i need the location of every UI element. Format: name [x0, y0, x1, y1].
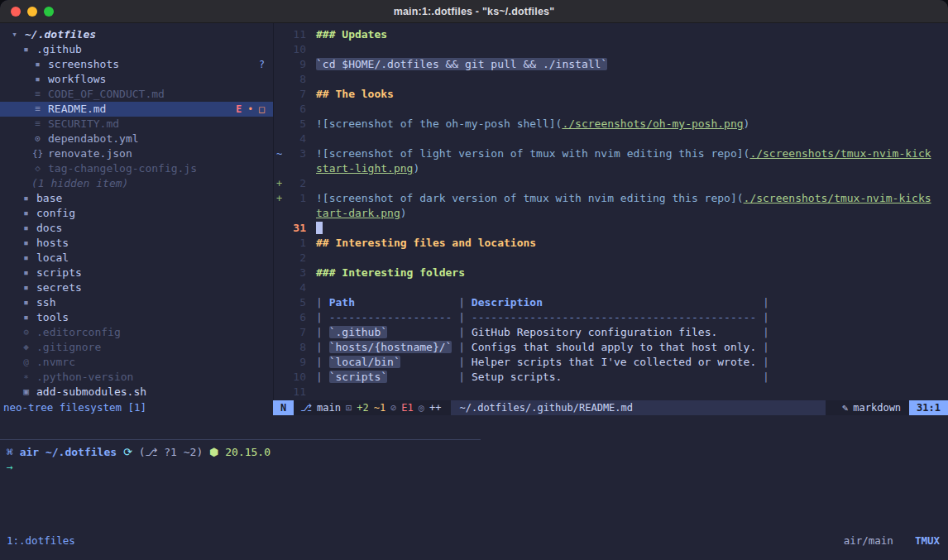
- editor-line[interactable]: ~3![screenshot of light version of tmux …: [274, 146, 948, 161]
- cursor: [316, 222, 323, 234]
- tree-item-add-submodules-sh[interactable]: ▣add-submodules.sh: [0, 385, 273, 400]
- tree-item-screenshots[interactable]: ▪screenshots?: [0, 57, 273, 72]
- tree-item-code-of-conduct-md[interactable]: ≡CODE_OF_CONDUCT.md: [0, 87, 273, 102]
- text-segment: [543, 296, 756, 309]
- editor-line[interactable]: 10: [274, 42, 948, 57]
- editor-line[interactable]: 31: [274, 221, 948, 236]
- tree-item-security-md[interactable]: ≡SECURITY.md: [0, 117, 273, 132]
- tree-item-workflows[interactable]: ▪workflows: [0, 72, 273, 87]
- line-text: [306, 176, 316, 191]
- tree-item-hosts[interactable]: ▪hosts: [0, 236, 273, 251]
- close-button[interactable]: [11, 7, 21, 17]
- tree-item-python-version[interactable]: ∗.python-version: [0, 370, 273, 385]
- tree-item-label: ssh: [36, 295, 55, 310]
- tree-item-readme-md[interactable]: ≡README.mdE•□: [0, 102, 273, 117]
- file-sh-icon: ▣: [20, 385, 32, 400]
- tree-item-ssh[interactable]: ▪ssh: [0, 295, 273, 310]
- editor-line[interactable]: 4: [274, 280, 948, 295]
- zoom-button[interactable]: [44, 7, 54, 17]
- text-segment: -------------------: [329, 311, 452, 323]
- prompt-segment: (⎇ ?1 ~2): [139, 446, 209, 458]
- neotree-statusline: neo-tree filesystem [1]: [0, 400, 273, 415]
- editor-line[interactable]: 4: [274, 132, 948, 146]
- editor-line[interactable]: 9`cd $HOME/.dotfiles && git pull && ./in…: [274, 57, 948, 72]
- editor-line[interactable]: 11### Updates: [274, 27, 948, 42]
- editor-buffer[interactable]: 11### Updates109`cd $HOME/.dotfiles && g…: [274, 23, 948, 400]
- tmux-window-label[interactable]: 1:.dotfiles: [0, 534, 75, 548]
- text-segment: |: [316, 356, 329, 368]
- folder-icon: ▪: [20, 236, 32, 251]
- text-segment: ): [744, 117, 750, 130]
- gutter-sign: [274, 236, 285, 251]
- text-segment: ### Interesting folders: [316, 266, 465, 279]
- editor-line[interactable]: 3### Interesting folders: [274, 266, 948, 280]
- untracked-badge: ?: [259, 57, 265, 72]
- text-segment: ----------------------------------------…: [472, 311, 756, 323]
- editor-line[interactable]: 8: [274, 72, 948, 87]
- tree-item-github[interactable]: ▪.github: [0, 42, 273, 57]
- editor-line[interactable]: 2: [274, 251, 948, 266]
- tree-item-renovate-json[interactable]: {}renovate.json: [0, 146, 273, 161]
- tree-item-tools[interactable]: ▪tools: [0, 310, 273, 325]
- tmux-right-status: air/main TMUX: [844, 534, 948, 548]
- tree-item-docs[interactable]: ▪docs: [0, 221, 273, 236]
- traffic-lights: [11, 7, 54, 17]
- tree-item-label: add-submodules.sh: [36, 385, 146, 400]
- gutter-sign: [274, 370, 285, 385]
- tree-item-tag-changelog-config-js[interactable]: ◇tag-changelog-config.js: [0, 161, 273, 176]
- tree-item-base[interactable]: ▪base: [0, 191, 273, 206]
- line-text: [306, 132, 316, 146]
- gutter-sign: [274, 251, 285, 266]
- editor-line[interactable]: +1![screenshot of dark version of tmux w…: [274, 191, 948, 206]
- branch-icon: ⎇: [300, 400, 312, 415]
- text-segment: |: [452, 326, 471, 338]
- editor-line[interactable]: 7| `.github` | GitHub Repository configu…: [274, 325, 948, 340]
- line-text: ### Updates: [306, 27, 387, 42]
- editor-line[interactable]: start-light.png): [274, 161, 948, 176]
- text-segment: |: [452, 341, 471, 353]
- editor-line[interactable]: 5| Path | Description |: [274, 295, 948, 310]
- text-segment: Description: [472, 296, 543, 309]
- tree-item-scripts[interactable]: ▪scripts: [0, 266, 273, 280]
- tree-item-label: scripts: [36, 266, 82, 280]
- tree-item-secrets[interactable]: ▪secrets: [0, 280, 273, 295]
- titlebar[interactable]: main:1:.dotfiles - "ks~/.dotfiles": [0, 0, 948, 23]
- line-text: ## The looks: [306, 87, 394, 102]
- editor-line[interactable]: 5![screenshot of the oh-my-posh shell](.…: [274, 117, 948, 132]
- file-tree: ▾~/.dotfiles▪.github▪screenshots?▪workfl…: [0, 23, 273, 400]
- text-segment: Setup scripts.: [472, 371, 756, 383]
- tree-item-dependabot-yml[interactable]: ⊙dependabot.yml: [0, 132, 273, 146]
- tree-item-nvmrc[interactable]: @.nvmrc: [0, 355, 273, 370]
- tree-item-1-hidden-item[interactable]: (1 hidden item): [0, 176, 273, 191]
- text-segment: |: [756, 326, 769, 338]
- minimize-button[interactable]: [27, 7, 37, 17]
- shell-pane[interactable]: ⌘ air ~/.dotfiles ⟳ (⎇ ?1 ~2) ⬢ 20.15.0→: [0, 445, 948, 475]
- editor-line[interactable]: 6| ------------------- | ---------------…: [274, 310, 948, 325]
- tree-item-label: secrets: [36, 280, 82, 295]
- editor-line[interactable]: 10| `scripts` | Setup scripts. |: [274, 370, 948, 385]
- line-number: 8: [285, 340, 306, 355]
- tree-item-config[interactable]: ▪config: [0, 206, 273, 221]
- editor-line[interactable]: 6: [274, 102, 948, 117]
- editor-line[interactable]: 9| `local/bin` | Helper scripts that I'v…: [274, 355, 948, 370]
- editor-line[interactable]: 1## Interesting files and locations: [274, 236, 948, 251]
- tmux-pane-divider[interactable]: [0, 439, 481, 440]
- editor-line[interactable]: 11: [274, 385, 948, 400]
- diagnostics-count: E1: [401, 400, 413, 415]
- gutter-sign: [274, 206, 285, 221]
- editor-line[interactable]: 8| `hosts/{hostname}/` | Configs that sh…: [274, 340, 948, 355]
- tree-item-badges: ?: [259, 57, 273, 72]
- editor-line[interactable]: 7## The looks: [274, 87, 948, 102]
- tree-item-local[interactable]: ▪local: [0, 251, 273, 266]
- line-text: `cd $HOME/.dotfiles && git pull && ./ins…: [306, 57, 607, 72]
- apple-icon: ⌘: [7, 446, 20, 458]
- editor-line[interactable]: +2: [274, 176, 948, 191]
- updates-icon: ◎: [419, 400, 424, 415]
- tree-item-gitignore[interactable]: ◆.gitignore: [0, 340, 273, 355]
- tree-item-dotfiles[interactable]: ▾~/.dotfiles: [0, 27, 273, 42]
- line-number: [285, 161, 306, 176]
- line-text: [306, 385, 316, 400]
- file-yml-icon: ⊙: [31, 132, 44, 146]
- tree-item-editorconfig[interactable]: ⚙.editorconfig: [0, 325, 273, 340]
- editor-line[interactable]: tart-dark.png): [274, 206, 948, 221]
